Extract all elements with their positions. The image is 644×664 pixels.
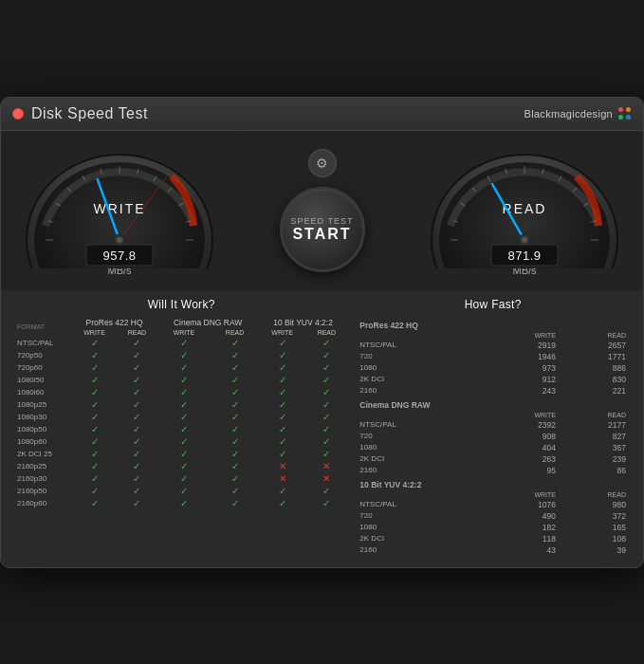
wiw-check-cell: ✓ <box>72 435 118 448</box>
hf-data-row: 2K DCI118108 <box>357 533 629 544</box>
hf-col-header-cell <box>357 490 480 499</box>
wiw-write-3: WRITE <box>259 328 306 337</box>
svg-text:871.9: 871.9 <box>507 249 541 263</box>
wiw-check-cell: ✓ <box>211 472 258 485</box>
wiw-check-cell: ✓ <box>156 460 211 472</box>
write-gauge-container: WRITE 957.8 MB/s <box>20 145 219 276</box>
wiw-check-cell: ✓ <box>259 337 306 349</box>
wiw-prores-header: ProRes 422 HQ <box>72 317 157 328</box>
will-it-work-panel: Will It Work? FORMAT ProRes 422 HQ Cinem… <box>15 298 347 556</box>
hf-format-cell: 2160 <box>357 544 480 556</box>
wiw-row: 720p60✓✓✓✓✓✓ <box>15 361 347 374</box>
dot-blue <box>626 115 631 120</box>
hf-group-header-row: Cinema DNG RAW <box>357 397 629 411</box>
wiw-check-cell: ✓ <box>72 448 118 460</box>
wiw-check-cell: ✓ <box>117 398 156 411</box>
wiw-check-cell: ✓ <box>259 386 306 398</box>
hf-format-cell: 2K DCI <box>357 453 480 465</box>
hf-group-name: Cinema DNG RAW <box>357 397 629 411</box>
start-button[interactable]: SPEED TEST START <box>280 187 365 272</box>
close-button[interactable] <box>12 108 24 120</box>
wiw-format-cell: 1080i50 <box>15 374 72 386</box>
how-fast-title: How Fast? <box>357 298 629 311</box>
wiw-check-cell: ✓ <box>305 361 347 374</box>
wiw-check-cell: ✓ <box>156 435 211 448</box>
hf-write-cell: 912 <box>480 374 559 385</box>
wiw-format-cell: 720p60 <box>15 361 72 374</box>
dot-orange <box>626 107 631 112</box>
hf-data-row: 2K DCI263239 <box>357 453 629 465</box>
wiw-check-cell: ✓ <box>117 448 156 460</box>
wiw-check-cell: ✓ <box>156 361 211 374</box>
hf-read-cell: 980 <box>559 499 629 510</box>
wiw-check-cell: ✓ <box>117 349 156 361</box>
hf-col-header-cell <box>357 331 480 340</box>
wiw-check-cell: ✓ <box>305 423 347 435</box>
hf-data-row: 1080182165 <box>357 522 629 533</box>
wiw-check-cell: ✓ <box>117 374 156 386</box>
wiw-check-cell: ✓ <box>259 435 306 448</box>
wiw-format-cell: 2160p50 <box>15 485 72 497</box>
wiw-format-header: FORMAT <box>15 317 72 337</box>
hf-data-row: 1080973886 <box>357 362 629 374</box>
wiw-check-cell: ✓ <box>72 337 118 349</box>
hf-data-row: NTSC/PAL1076980 <box>357 499 629 510</box>
hf-format-cell: 2160 <box>357 385 480 397</box>
wiw-format-cell: 1080i60 <box>15 386 72 398</box>
hf-group-name: 10 Bit YUV 4:2:2 <box>357 476 629 490</box>
wiw-row: 1080p60✓✓✓✓✓✓ <box>15 435 347 448</box>
wiw-check-cell: ✓ <box>211 374 258 386</box>
hf-col-header-cell: WRITE <box>480 490 559 499</box>
wiw-check-cell: ✓ <box>259 423 306 435</box>
hf-subheader-row: WRITEREAD <box>357 490 629 499</box>
hf-read-cell: 239 <box>559 453 629 465</box>
wiw-format-cell: 1080p30 <box>15 411 72 423</box>
how-fast-panel: How Fast? ProRes 422 HQWRITEREADNTSC/PAL… <box>357 298 629 556</box>
wiw-read-1: READ <box>117 328 156 337</box>
hf-format-cell: NTSC/PAL <box>357 499 480 510</box>
hf-col-header-cell: WRITE <box>480 331 559 340</box>
wiw-check-cell: ✓ <box>156 448 211 460</box>
title-bar: Disk Speed Test Blackmagicdesign <box>1 98 643 131</box>
hf-format-cell: 2K DCI <box>357 533 480 544</box>
wiw-check-cell: ✓ <box>211 497 258 509</box>
start-label-main: START <box>292 226 351 243</box>
wiw-check-cell: ✓ <box>117 386 156 398</box>
wiw-row: 1080i60✓✓✓✓✓✓ <box>15 386 347 398</box>
hf-format-cell: 1080 <box>357 442 480 453</box>
wiw-check-cell: ✓ <box>117 361 156 374</box>
hf-write-cell: 1076 <box>480 499 559 510</box>
wiw-check-cell: ✓ <box>156 349 211 361</box>
hf-write-cell: 908 <box>480 431 559 442</box>
app-title: Disk Speed Test <box>31 105 148 122</box>
wiw-check-cell: ✓ <box>117 472 156 485</box>
hf-col-header-cell: READ <box>559 411 629 419</box>
wiw-check-cell: ✓ <box>72 411 118 423</box>
wiw-check-cell: ✕ <box>305 472 347 485</box>
wiw-check-cell: ✓ <box>305 398 347 411</box>
hf-group-header-row: ProRes 422 HQ <box>357 317 629 331</box>
hf-write-cell: 2392 <box>480 419 559 431</box>
settings-button[interactable]: ⚙ <box>308 149 337 177</box>
hf-col-header-cell: WRITE <box>480 411 559 419</box>
how-fast-table: ProRes 422 HQWRITEREADNTSC/PAL2919265772… <box>357 317 629 556</box>
hf-read-cell: 39 <box>559 544 629 556</box>
hf-data-row: 2160243221 <box>357 385 629 397</box>
center-controls: ⚙ SPEED TEST START <box>266 149 379 272</box>
wiw-check-cell: ✓ <box>305 411 347 423</box>
svg-text:957.8: 957.8 <box>102 249 136 263</box>
hf-read-cell: 830 <box>559 374 629 385</box>
hf-read-cell: 827 <box>559 431 629 442</box>
wiw-check-cell: ✓ <box>305 435 347 448</box>
wiw-check-cell: ✓ <box>211 435 258 448</box>
wiw-row: 2160p25✓✓✓✓✕✕ <box>15 460 347 472</box>
wiw-check-cell: ✓ <box>156 386 211 398</box>
wiw-check-cell: ✓ <box>72 386 118 398</box>
wiw-check-cell: ✓ <box>117 460 156 472</box>
wiw-check-cell: ✓ <box>117 337 156 349</box>
hf-format-cell: 2K DCI <box>357 374 480 385</box>
wiw-check-cell: ✓ <box>211 448 258 460</box>
wiw-check-cell: ✓ <box>211 386 258 398</box>
wiw-check-cell: ✓ <box>259 398 306 411</box>
wiw-row: 1080p25✓✓✓✓✓✓ <box>15 398 347 411</box>
